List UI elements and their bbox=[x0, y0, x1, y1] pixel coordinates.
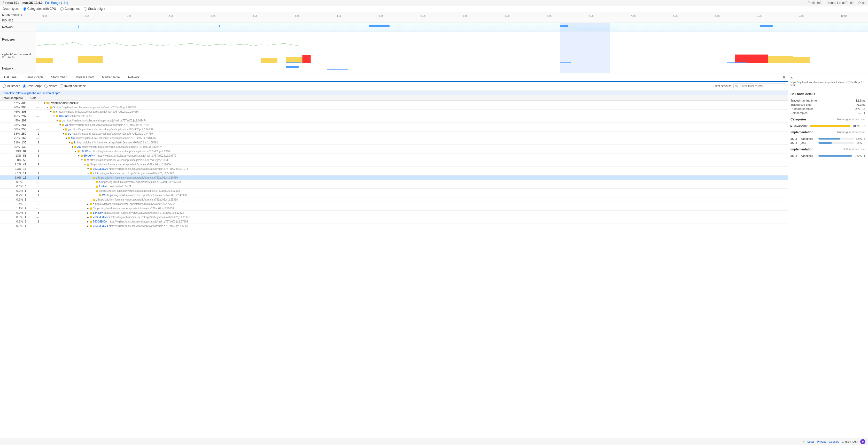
tab-marker-chart[interactable]: Marker Chart bbox=[71, 73, 98, 82]
privacy-link[interactable]: Privacy bbox=[817, 440, 826, 443]
tab-marker-table[interactable]: Marker Table bbox=[98, 73, 124, 82]
table-row[interactable]: 47% 3085▼EventHandlerNonNull bbox=[0, 101, 788, 105]
stack-height-option[interactable]: Stack height bbox=[84, 7, 105, 10]
expand-icon[interactable]: ▶ bbox=[87, 211, 90, 214]
table-row[interactable]: 46% 303—▼O https://vigilant-funicular.ve… bbox=[0, 105, 788, 110]
cell-function[interactable]: l https://vigilant-funicular.vercel.app/… bbox=[41, 189, 788, 193]
expand-icon[interactable]: ▶ bbox=[87, 225, 90, 228]
language-selector[interactable]: English (US) bbox=[842, 440, 858, 443]
th-function[interactable] bbox=[41, 95, 788, 101]
function-link[interactable]: kl bbox=[74, 141, 76, 144]
table-row[interactable]: 2.1% 141▼s https://vigilant-funicular.ve… bbox=[0, 171, 788, 175]
function-link[interactable]: W8 bbox=[102, 194, 106, 197]
expand-icon[interactable]: ▼ bbox=[68, 141, 71, 144]
function-link[interactable]: f bbox=[93, 207, 94, 210]
table-row[interactable]: 46% 303—▼k https://vigilant-funicular.ve… bbox=[0, 110, 788, 114]
cell-function[interactable]: ▶7630/E/O/s/< https://vigilant-funicular… bbox=[41, 215, 788, 219]
cell-function[interactable]: ▼EventHandlerNonNull bbox=[41, 101, 788, 105]
table-row[interactable]: 38% 2502▼bs https://vigilant-funicular.v… bbox=[0, 131, 788, 136]
upload-local-button[interactable]: Upload Local Profile bbox=[827, 1, 854, 5]
expand-icon[interactable]: ▼ bbox=[87, 168, 90, 170]
th-total[interactable]: Total (samples) bbox=[0, 95, 28, 101]
function-link[interactable]: os bbox=[62, 119, 65, 122]
function-link[interactable]: s bbox=[93, 172, 94, 175]
cell-function[interactable]: ▶7630/E/O/< https://vigilant-funicular.v… bbox=[41, 219, 788, 224]
cell-function[interactable]: ▼os https://vigilant-funicular.vercel.ap… bbox=[41, 118, 788, 123]
cell-function[interactable]: ▼Su https://vigilant-funicular.vercel.ap… bbox=[41, 136, 788, 140]
cell-function[interactable]: forEach self-hosted:164:21 bbox=[41, 184, 788, 189]
cell-function[interactable]: ▼gs https://vigilant-funicular.vercel.ap… bbox=[41, 127, 788, 131]
table-row[interactable]: 45% 297—▼os https://vigilant-funicular.v… bbox=[0, 118, 788, 123]
expand-icon[interactable]: ▼ bbox=[62, 132, 65, 135]
cell-function[interactable]: ▼O https://vigilant-funicular.vercel.app… bbox=[41, 105, 788, 110]
cell-function[interactable]: ▶1346/f/< https://vigilant-funicular.ver… bbox=[41, 211, 788, 215]
function-link[interactable]: m bbox=[87, 158, 89, 161]
table-row[interactable]: 0.2% 11l https://vigilant-funicular.verc… bbox=[0, 189, 788, 193]
track-label-network-2[interactable]: Network bbox=[0, 64, 36, 73]
cell-function[interactable]: p https://vigilant-funicular.vercel.app/… bbox=[41, 175, 788, 180]
table-row[interactable]: 0.6% 4—▶7630/E/O/s/< https://vigilant-fu… bbox=[0, 215, 788, 219]
filter-input[interactable] bbox=[734, 83, 785, 89]
function-link[interactable]: Za bbox=[77, 145, 81, 148]
cell-function[interactable]: W8 https://vigilant-funicular.vercel.app… bbox=[41, 193, 788, 198]
categories-cpu-option[interactable]: Categories with CPU bbox=[23, 7, 56, 10]
function-link[interactable]: a bbox=[99, 180, 100, 183]
table-row[interactable]: 0.8% 5—forEach self-hosted:164:21 bbox=[0, 184, 788, 189]
table-row[interactable]: 25% 162—▼Su https://vigilant-funicular.v… bbox=[0, 136, 788, 140]
function-link[interactable]: gs bbox=[68, 128, 71, 131]
expand-icon[interactable]: ▼ bbox=[84, 163, 87, 166]
function-link[interactable]: O bbox=[53, 106, 55, 109]
function-link[interactable]: forEach bbox=[99, 185, 109, 188]
expand-icon[interactable]: ▼ bbox=[81, 159, 84, 161]
cell-function[interactable]: ▼kl https://vigilant-funicular.vercel.ap… bbox=[41, 140, 788, 145]
table-row[interactable]: 1.4% 9—▶d https://vigilant-funicular.ver… bbox=[0, 202, 788, 206]
cell-function[interactable]: ▶7630/E/O/< https://vigilant-funicular.v… bbox=[41, 224, 788, 228]
categories-option[interactable]: Categories bbox=[60, 7, 80, 10]
tab-screenshot-button[interactable]: ⊞ bbox=[781, 75, 788, 80]
cell-function[interactable]: ▼1688/l/< https://vigilant-funicular.ver… bbox=[41, 149, 788, 153]
expand-icon[interactable]: ▶ bbox=[87, 203, 90, 205]
expand-icon[interactable]: ▼ bbox=[46, 106, 50, 109]
javascript-option[interactable]: JavaScript bbox=[23, 84, 41, 88]
table-row[interactable]: 13% 836▼594/e/<|< https://vigilant-funic… bbox=[0, 153, 788, 158]
tab-flame-graph[interactable]: Flame Graph bbox=[21, 73, 47, 82]
table-row[interactable]: 20% 132—▼Za https://vigilant-funicular.v… bbox=[0, 145, 788, 149]
close-icon[interactable]: ✕ bbox=[803, 440, 805, 443]
table-row[interactable]: 0.2% 11W8 https://vigilant-funicular.ver… bbox=[0, 193, 788, 198]
table-row[interactable]: 2.0% 131p https://vigilant-funicular.ver… bbox=[0, 175, 788, 180]
all-stacks-option[interactable]: All stacks bbox=[3, 84, 20, 88]
cell-function[interactable]: ▼594/e/<|< https://vigilant-funicular.ve… bbox=[41, 153, 788, 158]
function-link[interactable]: 7630/E/O/s/< bbox=[93, 215, 110, 219]
expand-icon[interactable]: ▼ bbox=[59, 123, 62, 126]
expand-icon[interactable]: ▼ bbox=[78, 154, 81, 157]
table-row[interactable]: 13% 841▼1688/l/< https://vigilant-funicu… bbox=[0, 149, 788, 153]
tab-call-tree[interactable]: Call Tree bbox=[0, 73, 21, 82]
cell-function[interactable]: ▼$bound self-hosted:1162:26 bbox=[41, 114, 788, 118]
track-label-network-1[interactable]: Network bbox=[0, 23, 36, 32]
function-link[interactable]: Su bbox=[71, 137, 75, 140]
expand-icon[interactable]: ▼ bbox=[50, 110, 53, 113]
cell-function[interactable]: a https://vigilant-funicular.vercel.app/… bbox=[41, 180, 788, 184]
table-row[interactable]: 21% 1361▼kl https://vigilant-funicular.v… bbox=[0, 140, 788, 145]
function-link[interactable]: vs bbox=[65, 123, 68, 126]
expand-icon[interactable]: ▼ bbox=[56, 119, 59, 122]
function-link[interactable]: d bbox=[93, 202, 94, 205]
function-link[interactable]: 7630/E/O/< bbox=[93, 220, 108, 223]
table-row[interactable]: 0.2% 1—▶7630/E/O/< https://vigilant-funi… bbox=[0, 224, 788, 228]
cookies-link[interactable]: Cookies bbox=[829, 440, 839, 443]
expand-icon[interactable]: ▼ bbox=[65, 137, 68, 140]
track-canvas-renderer[interactable] bbox=[36, 32, 868, 47]
cell-function[interactable]: ▼m https://vigilant-funicular.vercel.app… bbox=[41, 158, 788, 162]
track-canvas-network-2[interactable] bbox=[36, 64, 868, 73]
cell-function[interactable]: ▶d https://vigilant-funicular.vercel.app… bbox=[41, 202, 788, 206]
cell-function[interactable]: ▶f https://vigilant-funicular.vercel.app… bbox=[41, 206, 788, 211]
tracks-dropdown-arrow[interactable]: ▼ bbox=[20, 14, 23, 17]
table-row[interactable]: 1.1% 7—▶f https://vigilant-funicular.ver… bbox=[0, 206, 788, 211]
complete-link[interactable]: Complete "https://vigilant-funicular.ver… bbox=[0, 91, 788, 95]
function-link[interactable]: 7630/E/O/< bbox=[93, 167, 108, 170]
notification-badge[interactable]: 0 bbox=[860, 439, 865, 444]
cell-function[interactable]: ▼7630/E/O/< https://vigilant-funicular.v… bbox=[41, 167, 788, 171]
invert-call-stack-checkbox[interactable]: Invert call stack bbox=[60, 84, 86, 88]
expand-icon[interactable]: ▼ bbox=[53, 115, 56, 118]
expand-icon[interactable]: ▼ bbox=[62, 128, 65, 131]
